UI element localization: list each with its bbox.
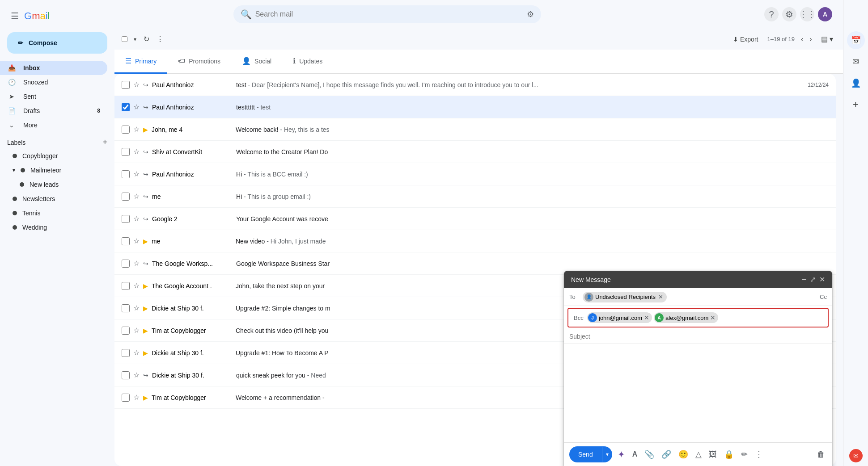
cc-button[interactable]: Cc — [820, 294, 827, 300]
select-all-checkbox[interactable] — [122, 36, 127, 42]
apps-icon[interactable]: ⋮⋮ — [800, 7, 814, 21]
table-row[interactable]: ☆ ↪ Paul Anthonioz Hi - This is a BCC em… — [114, 163, 836, 185]
star-icon[interactable]: ☆ — [133, 214, 140, 223]
mailmeteor-icon[interactable]: ✉ — [849, 449, 863, 462]
nav-sent[interactable]: ➤ Sent — [0, 89, 107, 104]
table-row[interactable]: ☆ ↪ Paul Anthonioz testttttt - test — [114, 96, 836, 118]
table-row[interactable]: ☆ ↪ Google 2 Your Google Account was rec… — [114, 208, 836, 230]
label-mailmeteor[interactable]: ▾ Mailmeteor — [0, 163, 114, 177]
next-page-button[interactable]: › — [807, 33, 814, 46]
star-icon[interactable]: ☆ — [133, 326, 140, 335]
emoji-icon[interactable]: 🙂 — [677, 448, 690, 461]
star-icon[interactable]: ☆ — [133, 192, 140, 201]
dropdown-arrow-button[interactable]: ▾ — [131, 34, 139, 45]
link-icon[interactable]: 🔗 — [660, 448, 673, 461]
label-newsletters[interactable]: Newsletters — [0, 192, 114, 206]
email-checkbox[interactable] — [122, 394, 130, 402]
search-input[interactable] — [255, 10, 527, 18]
snooze-icon[interactable]: ↪ — [143, 104, 148, 111]
send-button-group[interactable]: Send ▾ — [569, 446, 612, 462]
snooze-icon[interactable]: ↪ — [143, 148, 148, 155]
signature-icon[interactable]: ✏ — [739, 448, 749, 461]
snooze-icon[interactable]: ↪ — [143, 372, 148, 379]
table-row[interactable]: ☆ ▶ John, me 4 Welcome back! - Hey, this… — [114, 118, 836, 141]
subject-input[interactable] — [569, 333, 827, 340]
compose-body[interactable] — [564, 344, 832, 442]
label-wedding[interactable]: Wedding — [0, 220, 114, 235]
send-dropdown-arrow[interactable]: ▾ — [602, 447, 612, 462]
email-checkbox[interactable] — [122, 327, 130, 335]
drive-icon[interactable]: △ — [694, 448, 703, 461]
settings-icon[interactable]: ⚙ — [782, 7, 796, 21]
send-main-label[interactable]: Send — [569, 446, 602, 462]
nav-drafts[interactable]: 📄 Drafts 8 — [0, 104, 107, 118]
more-options-compose-icon[interactable]: ⋮ — [753, 448, 765, 461]
email-checkbox[interactable] — [122, 282, 130, 290]
lock-icon[interactable]: 🔒 — [722, 448, 736, 461]
important-icon[interactable]: ▶ — [143, 126, 148, 133]
email-checkbox[interactable] — [122, 170, 130, 178]
snooze-icon[interactable]: ↪ — [143, 193, 148, 200]
google-contacts-icon[interactable]: 👤 — [847, 74, 865, 92]
google-keep-icon[interactable]: ✉ — [847, 53, 865, 71]
photo-icon[interactable]: 🖼 — [707, 448, 719, 461]
star-icon[interactable]: ☆ — [133, 170, 140, 178]
attach-icon[interactable]: 📎 — [643, 448, 656, 461]
delete-draft-icon[interactable]: 🗑 — [815, 448, 827, 461]
hamburger-icon[interactable]: ☰ — [7, 7, 22, 25]
table-row[interactable]: ☆ ↪ me Hi - This is a group email :) — [114, 185, 836, 208]
important-icon[interactable]: ▶ — [143, 349, 148, 357]
nav-inbox[interactable]: 📥 Inbox — [0, 61, 107, 75]
nav-snoozed[interactable]: 🕐 Snoozed — [0, 75, 107, 89]
star-icon[interactable]: ☆ — [133, 125, 140, 134]
label-copyblogger[interactable]: Copyblogger — [0, 149, 114, 163]
email-checkbox[interactable] — [122, 260, 130, 268]
google-calendar-icon[interactable]: 📅 — [847, 31, 865, 49]
add-app-icon[interactable]: + — [847, 96, 865, 113]
ai-compose-icon[interactable]: ✦ — [616, 447, 627, 462]
star-icon[interactable]: ☆ — [133, 259, 140, 268]
table-row[interactable]: ☆ ↪ Paul Anthonioz test - Dear [Recipien… — [114, 74, 836, 96]
email-checkbox[interactable] — [122, 81, 130, 89]
email-checkbox[interactable] — [122, 237, 130, 245]
tab-updates[interactable]: ℹ Updates — [282, 50, 333, 74]
email-checkbox[interactable] — [122, 349, 130, 357]
snooze-icon[interactable]: ↪ — [143, 215, 148, 223]
formatting-icon[interactable]: A — [631, 449, 639, 460]
email-checkbox[interactable] — [122, 215, 130, 223]
table-row[interactable]: ☆ ↪ Shiv at ConvertKit Welcome to the Cr… — [114, 141, 836, 163]
avatar[interactable]: A — [818, 7, 832, 21]
help-icon[interactable]: ? — [764, 7, 779, 21]
important-icon[interactable]: ▶ — [143, 305, 148, 312]
important-icon[interactable]: ▶ — [143, 238, 148, 245]
star-icon[interactable]: ☆ — [133, 393, 140, 402]
remove-alex-button[interactable]: ✕ — [710, 315, 716, 321]
star-icon[interactable]: ☆ — [133, 281, 140, 290]
star-icon[interactable]: ☆ — [133, 304, 140, 312]
star-icon[interactable]: ☆ — [133, 147, 140, 156]
email-checkbox[interactable] — [122, 126, 130, 134]
remove-john-button[interactable]: ✕ — [644, 315, 649, 321]
tab-primary[interactable]: ☰ Primary — [114, 50, 167, 74]
add-label-icon[interactable]: + — [102, 138, 107, 147]
table-row[interactable]: ☆ ▶ me New video - Hi John, I just made — [114, 230, 836, 252]
star-icon[interactable]: ☆ — [133, 371, 140, 379]
snooze-icon[interactable]: ↪ — [143, 81, 148, 88]
star-icon[interactable]: ☆ — [133, 237, 140, 245]
snooze-icon[interactable]: ↪ — [143, 260, 148, 267]
snooze-icon[interactable]: ↪ — [143, 171, 148, 178]
star-icon[interactable]: ☆ — [133, 80, 140, 89]
label-new-leads[interactable]: New leads — [0, 177, 114, 192]
nav-more[interactable]: ⌄ More — [0, 118, 107, 132]
email-checkbox[interactable] — [122, 371, 130, 379]
important-icon[interactable]: ▶ — [143, 394, 148, 401]
email-checkbox[interactable] — [122, 103, 130, 111]
star-icon[interactable]: ☆ — [133, 103, 140, 111]
label-tennis[interactable]: Tennis — [0, 206, 114, 220]
export-button[interactable]: ⬇ Export — [728, 33, 763, 46]
star-icon[interactable]: ☆ — [133, 348, 140, 357]
refresh-button[interactable]: ↻ — [141, 32, 152, 46]
important-icon[interactable]: ▶ — [143, 282, 148, 290]
email-checkbox[interactable] — [122, 304, 130, 312]
important-icon[interactable]: ▶ — [143, 327, 148, 334]
